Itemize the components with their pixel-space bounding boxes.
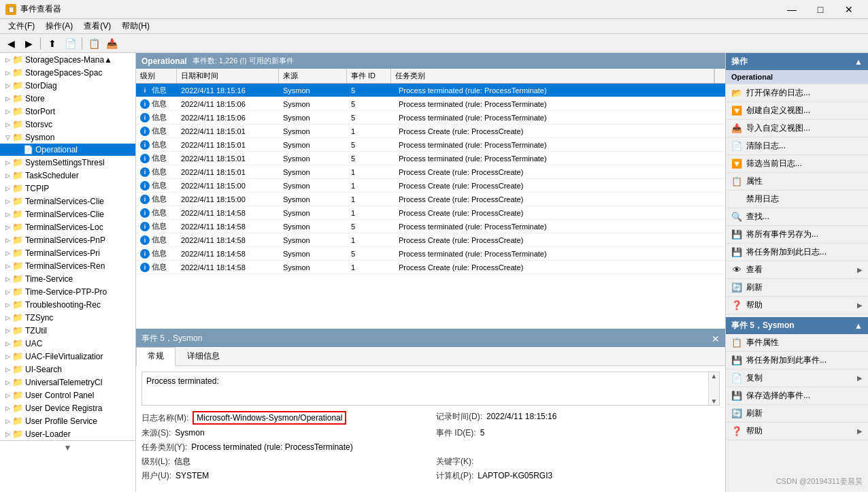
table-row[interactable]: i 信息 2022/4/11 18:15:01 Sysmon 5 Process… <box>136 152 725 165</box>
sidebar-item-terminalservices2[interactable]: ▷ 📁 TerminalServices-Clie <box>0 208 135 220</box>
expand-icon[interactable]: ▽ <box>3 134 12 141</box>
expand-icon[interactable]: ▷ <box>3 172 12 179</box>
menu-help[interactable]: 帮助(H) <box>116 19 155 33</box>
toolbar-up[interactable]: ⬆ <box>44 36 61 51</box>
expand-icon[interactable]: ▷ <box>3 405 12 412</box>
expand-icon[interactable]: ▷ <box>3 69 12 76</box>
expand-icon[interactable]: ▷ <box>3 121 12 128</box>
right-action-clear-log[interactable]: 📄 清除日志... <box>726 137 868 155</box>
sidebar-item-stordiag[interactable]: ▷ 📁 StorDiag <box>0 79 135 92</box>
sidebar-item-storsvc[interactable]: ▷ 📁 Storsvc <box>0 118 135 131</box>
sidebar-scroll-down[interactable]: ▼ <box>0 440 135 454</box>
expand-icon[interactable]: ▷ <box>3 211 12 218</box>
right-action-refresh-1[interactable]: 🔄 刷新 <box>726 279 868 297</box>
close-button[interactable]: ✕ <box>835 3 863 16</box>
sidebar-item-timeserviceptp[interactable]: ▷ 📁 Time-Service-PTP-Pro <box>0 285 135 298</box>
expand-icon[interactable]: ▷ <box>3 366 12 373</box>
toolbar-forward[interactable]: ▶ <box>20 36 37 51</box>
sidebar-item-tcpip[interactable]: ▷ 📁 TCPIP <box>0 182 135 195</box>
right-section-collapse-1[interactable]: ▲ <box>854 57 863 67</box>
sidebar-item-userloader[interactable]: ▷ 📁 User-Loader <box>0 427 135 440</box>
sidebar-item-storport[interactable]: ▷ 📁 StorPort <box>0 105 135 118</box>
expand-icon[interactable]: ▷ <box>3 431 12 438</box>
sidebar-item-operational[interactable]: 📄 Operational <box>0 144 135 156</box>
expand-icon[interactable]: ▷ <box>3 418 12 425</box>
table-row[interactable]: i 信息 2022/4/11 18:14:58 Sysmon 1 Process… <box>136 261 725 274</box>
sidebar-item-troubleshooting[interactable]: ▷ 📁 Troubleshooting-Rec <box>0 298 135 311</box>
sidebar-item-userdevicereg[interactable]: ▷ 📁 User Device Registra <box>0 401 135 414</box>
detail-text-scrollbar[interactable]: ▲ ▼ <box>708 372 719 405</box>
right-action-help-1[interactable]: ❓ 帮助 ▶ <box>726 297 868 314</box>
table-row[interactable]: i 信息 2022/4/11 18:15:00 Sysmon 1 Process… <box>136 179 725 193</box>
toolbar-import[interactable]: 📥 <box>103 36 120 51</box>
table-row[interactable]: i 信息 2022/4/11 18:14:58 Sysmon 5 Process… <box>136 220 725 233</box>
sidebar-item-tzsync[interactable]: ▷ 📁 TZSync <box>0 311 135 324</box>
expand-icon[interactable]: ▷ <box>3 237 12 244</box>
toolbar-back[interactable]: ◀ <box>3 36 19 51</box>
right-action-open-saved[interactable]: 📂 打开保存的日志... <box>726 84 868 102</box>
sidebar-item-universaltelemetry[interactable]: ▷ 📁 UniversalTelemetryCl <box>0 376 135 389</box>
right-action-refresh-2[interactable]: 🔄 刷新 <box>726 405 868 423</box>
table-scroll-inner[interactable]: i 信息 2022/4/11 18:15:16 Sysmon 5 Process… <box>136 84 725 329</box>
right-section-collapse-2[interactable]: ▲ <box>854 321 863 331</box>
right-action-attach-task-event[interactable]: 💾 将任务附加到此事件... <box>726 352 868 370</box>
col-source[interactable]: 来源 <box>279 69 347 83</box>
table-row[interactable]: i 信息 2022/4/11 18:15:01 Sysmon 5 Process… <box>136 138 725 152</box>
expand-icon[interactable]: ▷ <box>3 392 12 399</box>
minimize-button[interactable]: — <box>778 3 805 16</box>
tab-details[interactable]: 详细信息 <box>176 347 231 365</box>
right-action-properties[interactable]: 📋 属性 <box>726 173 868 191</box>
sidebar-item-terminalservices1[interactable]: ▷ 📁 TerminalServices-Clie <box>0 195 135 208</box>
expand-icon[interactable]: ▷ <box>3 108 12 115</box>
expand-icon[interactable]: ▷ <box>3 159 12 166</box>
col-level[interactable]: 级别 <box>136 69 177 83</box>
col-datetime[interactable]: 日期和时间 <box>177 69 279 83</box>
table-row[interactable]: i 信息 2022/4/11 18:14:58 Sysmon 1 Process… <box>136 233 725 247</box>
sidebar-item-taskscheduler[interactable]: ▷ 📁 TaskScheduler <box>0 169 135 182</box>
right-action-create-view[interactable]: 🔽 创建自定义视图... <box>726 102 868 120</box>
toolbar-show-hide[interactable]: 📄 <box>62 36 78 51</box>
sidebar-item-systemsettings[interactable]: ▷ 📁 SystemSettingsThresl <box>0 156 135 169</box>
table-row[interactable]: i 信息 2022/4/11 18:15:00 Sysmon 1 Process… <box>136 193 725 206</box>
toolbar-new-view[interactable]: 📋 <box>86 36 102 51</box>
right-action-help-2[interactable]: ❓ 帮助 ▶ <box>726 423 868 440</box>
sidebar-item-terminalservices4[interactable]: ▷ 📁 TerminalServices-PnP <box>0 233 135 246</box>
sidebar-item-storagespacesspace[interactable]: ▷ 📁 StorageSpaces-Spac <box>0 66 135 79</box>
expand-icon[interactable]: ▷ <box>3 340 12 347</box>
col-eventid[interactable]: 事件 ID <box>347 69 391 83</box>
menu-file[interactable]: 文件(F) <box>3 19 40 33</box>
right-action-filter[interactable]: 🔽 筛选当前日志... <box>726 155 868 173</box>
sidebar-item-userprofileservice[interactable]: ▷ 📁 User Profile Service <box>0 414 135 427</box>
sidebar-item-uisearch[interactable]: ▷ 📁 UI-Search <box>0 363 135 376</box>
expand-icon[interactable]: ▷ <box>3 82 12 89</box>
right-action-copy[interactable]: 📄 复制 ▶ <box>726 370 868 387</box>
expand-icon[interactable]: ▷ <box>3 327 12 334</box>
table-row[interactable]: i 信息 2022/4/11 18:15:01 Sysmon 1 Process… <box>136 165 725 179</box>
scroll-up[interactable]: ▲ <box>709 372 719 380</box>
sidebar-item-terminalservices3[interactable]: ▷ 📁 TerminalServices-Loc <box>0 220 135 233</box>
table-row[interactable]: i 信息 2022/4/11 18:15:06 Sysmon 5 Process… <box>136 111 725 125</box>
sidebar-item-store[interactable]: ▷ 📁 Store <box>0 92 135 105</box>
expand-icon[interactable]: ▷ <box>3 301 12 308</box>
expand-icon[interactable]: ▷ <box>3 198 12 205</box>
expand-icon[interactable]: ▷ <box>3 276 12 282</box>
sidebar-item-sysmon[interactable]: ▽ 📁 Sysmon <box>0 131 135 144</box>
table-row[interactable]: i 信息 2022/4/11 18:15:01 Sysmon 1 Process… <box>136 125 725 138</box>
menu-view[interactable]: 查看(V) <box>78 19 116 33</box>
sidebar-item-terminalservices6[interactable]: ▷ 📁 TerminalServices-Ren <box>0 259 135 272</box>
maximize-button[interactable]: □ <box>807 3 834 16</box>
expand-icon[interactable]: ▷ <box>3 314 12 321</box>
scroll-down[interactable]: ▼ <box>709 397 719 405</box>
right-action-find[interactable]: 🔍 查找... <box>726 208 868 226</box>
expand-icon[interactable]: ▷ <box>3 379 12 386</box>
right-action-disable-log[interactable]: 禁用日志 <box>726 191 868 208</box>
sidebar-item-uac[interactable]: ▷ 📁 UAC <box>0 337 135 350</box>
menu-action[interactable]: 操作(A) <box>40 19 78 33</box>
table-row[interactable]: i 信息 2022/4/11 18:15:06 Sysmon 5 Process… <box>136 97 725 111</box>
sidebar-item-usercontrolpanel[interactable]: ▷ 📁 User Control Panel <box>0 389 135 401</box>
expand-icon[interactable]: ▷ <box>3 185 12 192</box>
sidebar-item-terminalservices5[interactable]: ▷ 📁 TerminalServices-Pri <box>0 246 135 259</box>
expand-icon[interactable]: ▷ <box>3 250 12 257</box>
detail-close-button[interactable]: ✕ <box>712 333 720 344</box>
sidebar-item-storagespacesmana[interactable]: ▷ 📁 StorageSpaces-Mana▲ <box>0 53 135 66</box>
